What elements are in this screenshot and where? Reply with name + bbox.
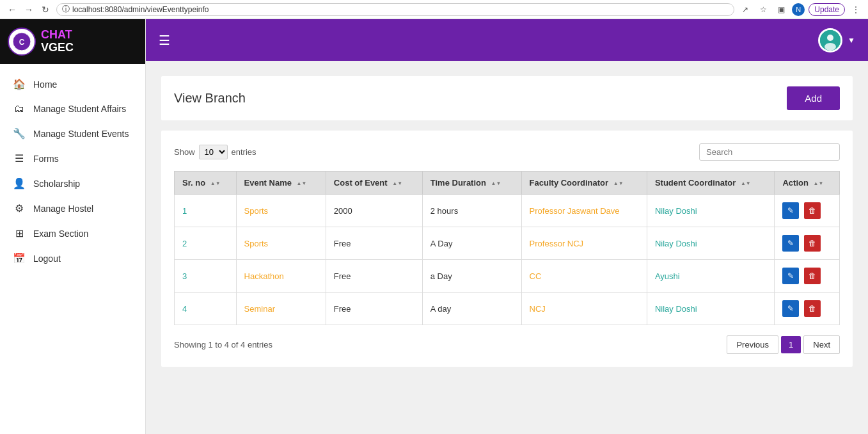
cell-action: ✎ 🗑 [775, 227, 840, 260]
window-icon[interactable]: ▣ [774, 3, 788, 17]
sidebar-label: Scholarship [33, 179, 80, 189]
chevron-down-icon[interactable]: ▼ [848, 36, 855, 45]
forms-icon: ☰ [13, 152, 26, 165]
scholarship-icon: 👤 [13, 177, 26, 189]
sidebar-item-exam-section[interactable]: ⊞Exam Section [0, 221, 145, 246]
manage-student-events-icon: 🔧 [13, 127, 26, 140]
avatar[interactable] [818, 28, 842, 52]
edit-button[interactable]: ✎ [782, 268, 799, 284]
cell-cost: Free [326, 260, 422, 293]
table-row: 2 Sports Free A Day Professor NCJ Nilay … [175, 227, 840, 260]
cell-student: Nilay Doshi [647, 227, 775, 260]
main-wrapper: ☰ ▼ View Branch Add [146, 19, 868, 434]
edit-button[interactable]: ✎ [782, 202, 799, 219]
sidebar-item-home[interactable]: 🏠Home [0, 72, 145, 97]
logo-area: C CHAT VGEC [0, 19, 145, 64]
app-layout: C CHAT VGEC 🏠Home🗂Manage Student Affairs… [0, 19, 868, 434]
sidebar-label: Manage Hostel [33, 204, 93, 214]
sidebar-nav: 🏠Home🗂Manage Student Affairs🔧Manage Stud… [0, 64, 145, 278]
col-sr-no: Sr. no ▲▼ [175, 172, 237, 195]
cell-cost: 2000 [326, 195, 422, 227]
sidebar-label: Forms [33, 154, 59, 164]
header-right: ▼ [818, 28, 855, 52]
cell-sr-no: 2 [175, 227, 237, 260]
col-faculty-coordinator: Faculty Coordinator ▲▼ [521, 172, 647, 195]
sidebar-item-manage-student-affairs[interactable]: 🗂Manage Student Affairs [0, 97, 145, 121]
cell-sr-no[interactable]: 1 [175, 195, 237, 227]
page-number-1[interactable]: 1 [781, 336, 801, 353]
table-row: 4 Seminar Free A day NCJ Nilay Doshi ✎ 🗑 [175, 293, 840, 325]
hamburger-icon[interactable]: ☰ [159, 33, 170, 48]
update-button[interactable]: Update [809, 3, 845, 16]
star-icon[interactable]: ☆ [756, 3, 770, 17]
lock-icon: ⓘ [62, 4, 70, 15]
sidebar-label: Manage Student Affairs [33, 104, 126, 114]
cell-faculty: Professor NCJ [521, 227, 647, 260]
sidebar-label: Logout [33, 253, 61, 264]
logo-icon: C [8, 28, 36, 56]
sort-icon[interactable]: ▲▼ [491, 181, 501, 186]
cell-faculty: Professor Jaswant Dave [521, 195, 647, 227]
cell-action: ✎ 🗑 [775, 195, 840, 227]
cell-cost: Free [326, 227, 422, 260]
table-row: 1 Sports 2000 2 hours Professor Jaswant … [175, 195, 840, 227]
cell-cost: Free [326, 293, 422, 325]
entries-select[interactable]: 10 25 50 [199, 145, 228, 159]
sort-icon[interactable]: ▲▼ [613, 181, 624, 186]
cell-sr-no: 3 [175, 260, 237, 293]
pagination: Previous 1 Next [727, 335, 840, 354]
show-label: Show [174, 147, 195, 157]
profile-icon[interactable]: N [792, 3, 805, 16]
edit-button[interactable]: ✎ [782, 235, 799, 252]
page-header: View Branch Add [161, 76, 853, 120]
back-button[interactable]: ← [5, 3, 19, 17]
sidebar-item-scholarship[interactable]: 👤Scholarship [0, 171, 145, 196]
sort-icon[interactable]: ▲▼ [814, 181, 824, 186]
delete-button[interactable]: 🗑 [804, 202, 821, 219]
sidebar-item-logout[interactable]: 📅Logout [0, 246, 145, 271]
showing-text: Showing 1 to 4 of 4 entries [174, 340, 272, 350]
svg-text:C: C [19, 38, 25, 47]
search-input[interactable] [699, 143, 840, 161]
forward-button[interactable]: → [22, 3, 36, 17]
edit-button[interactable]: ✎ [782, 300, 799, 317]
cell-event-name: Hackathon [236, 260, 326, 293]
sidebar: C CHAT VGEC 🏠Home🗂Manage Student Affairs… [0, 19, 146, 434]
delete-button[interactable]: 🗑 [804, 235, 821, 252]
browser-actions: ↗ ☆ ▣ N Update ⋮ [738, 3, 863, 17]
delete-button[interactable]: 🗑 [804, 268, 821, 284]
sidebar-item-manage-hostel[interactable]: ⚙Manage Hostel [0, 196, 145, 221]
cell-event-name: Seminar [236, 293, 326, 325]
table-footer: Showing 1 to 4 of 4 entries Previous 1 N… [174, 335, 840, 354]
svg-point-4 [825, 43, 836, 51]
sort-icon[interactable]: ▲▼ [741, 181, 751, 186]
add-button[interactable]: Add [787, 86, 840, 110]
sidebar-item-manage-student-events[interactable]: 🔧Manage Student Events [0, 121, 145, 146]
table-header-row: Sr. no ▲▼ Event Name ▲▼ Cost of Event ▲▼… [175, 172, 840, 195]
sidebar-label: Home [33, 79, 57, 90]
main-content: View Branch Add Show 10 25 50 entries [146, 61, 868, 434]
manage-student-affairs-icon: 🗂 [13, 103, 26, 115]
menu-icon[interactable]: ⋮ [849, 3, 863, 17]
cell-faculty: CC [521, 260, 647, 293]
sort-icon[interactable]: ▲▼ [210, 181, 221, 186]
cell-action: ✎ 🗑 [775, 260, 840, 293]
sidebar-label: Exam Section [33, 229, 88, 239]
exam-section-icon: ⊞ [13, 227, 26, 239]
previous-button[interactable]: Previous [727, 335, 778, 354]
home-icon: 🏠 [13, 78, 26, 90]
reload-button[interactable]: ↻ [38, 3, 52, 17]
col-time-duration: Time Duration ▲▼ [422, 172, 521, 195]
share-icon[interactable]: ↗ [738, 3, 752, 17]
browser-bar: ← → ↻ ⓘ localhost:8080/admin/viewEventty… [0, 0, 868, 19]
url-bar[interactable]: ⓘ localhost:8080/admin/viewEventtypeinfo [56, 3, 734, 16]
delete-button[interactable]: 🗑 [804, 300, 821, 317]
sort-icon[interactable]: ▲▼ [392, 181, 402, 186]
logo-text: CHAT VGEC [41, 29, 74, 54]
cell-duration: A day [422, 293, 521, 325]
cell-duration: A Day [422, 227, 521, 260]
sidebar-item-forms[interactable]: ☰Forms [0, 146, 145, 171]
sort-icon[interactable]: ▲▼ [297, 181, 307, 186]
next-button[interactable]: Next [803, 335, 840, 354]
cell-action: ✎ 🗑 [775, 293, 840, 325]
